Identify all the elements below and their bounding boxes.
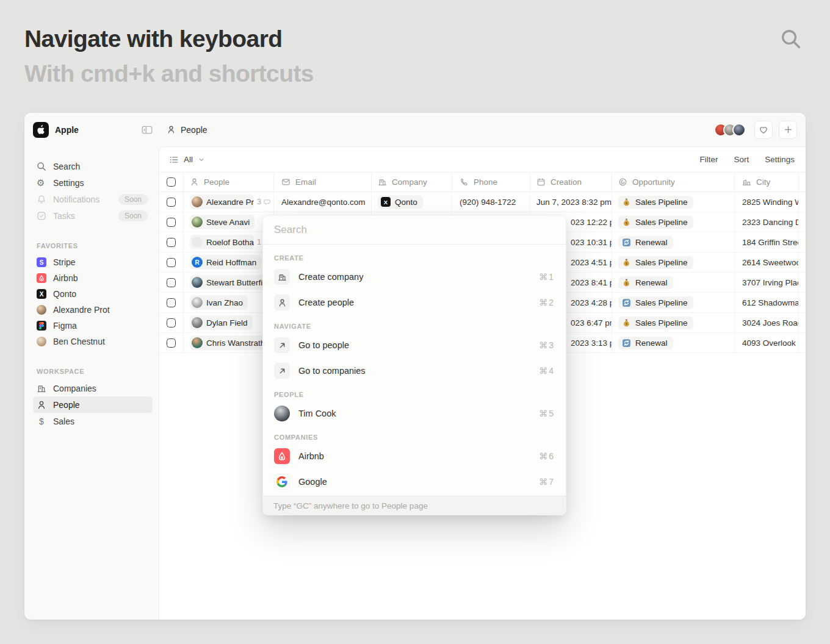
opportunity-chip[interactable]: Sales Pipeline: [618, 256, 693, 269]
column-header-people[interactable]: People: [184, 173, 274, 191]
section-label-create: CREATE: [273, 254, 556, 262]
row-checkbox[interactable]: [167, 258, 176, 267]
airbnb-logo-icon: [274, 448, 290, 464]
creation-value: Jun 7, 2023 8:32 pm: [536, 198, 612, 207]
command-search-input[interactable]: [274, 224, 555, 236]
heart-icon: [759, 125, 768, 135]
column-header-opportunity[interactable]: Opportunity: [612, 173, 735, 191]
search-icon[interactable]: [780, 28, 802, 50]
company-chip[interactable]: XQonto: [378, 195, 423, 209]
arrow-up-right-icon: [274, 337, 290, 353]
moneybag-icon: [622, 318, 631, 327]
city-value: 2825 Winding W: [742, 198, 799, 207]
row-checkbox[interactable]: [167, 338, 176, 348]
settings-button[interactable]: Settings: [765, 155, 795, 164]
page: Navigate with keyboard With cmd+k and sh…: [0, 0, 830, 644]
sidebar-item-notifications[interactable]: Notifications Soon: [33, 191, 153, 207]
filter-button[interactable]: Filter: [699, 155, 718, 164]
person-chip[interactable]: Roelof Botha: [190, 235, 254, 249]
column-header-email[interactable]: Email: [274, 173, 372, 191]
shortcut-key: ⌘7: [539, 477, 555, 487]
phone-icon: [460, 177, 469, 187]
command-search[interactable]: [263, 216, 566, 245]
moneybag-icon: [622, 278, 631, 287]
person-chip[interactable]: Alexandre Prot: [190, 195, 254, 209]
column-header-creation[interactable]: Creation: [530, 173, 612, 191]
arrow-up-right-icon: [274, 363, 290, 379]
sidebar-item-settings[interactable]: ⚙ Settings: [33, 174, 153, 191]
opportunity-chip[interactable]: Renewal: [618, 236, 673, 249]
person-chip[interactable]: Chris Wanstrath: [190, 335, 270, 350]
person-chip[interactable]: RReid Hoffman: [190, 255, 261, 270]
sidebar-item-sales[interactable]: $ Sales: [33, 413, 153, 429]
row-checkbox[interactable]: [167, 198, 176, 207]
person-icon: [37, 400, 46, 410]
creation-value: 023 12:22 p: [571, 218, 612, 227]
creation-value: 2023 4:51 pm: [571, 258, 612, 267]
google-logo-icon: [274, 474, 290, 490]
view-selector[interactable]: All: [169, 155, 205, 165]
person-chip[interactable]: Ivan Zhao: [190, 295, 248, 310]
person-icon: [274, 295, 290, 310]
avatar: [192, 237, 203, 248]
sidebar-item-alexandre-prot[interactable]: Alexandre Prot: [33, 302, 153, 318]
person-chip[interactable]: Stewart Butterfield: [190, 275, 271, 290]
column-header-company[interactable]: Company: [372, 173, 452, 191]
opportunity-chip[interactable]: Sales Pipeline: [618, 317, 693, 329]
workspace-header[interactable]: Apple: [33, 121, 153, 138]
chevron-down-icon: [198, 156, 205, 163]
opportunity-chip[interactable]: Renewal: [618, 337, 673, 349]
favorite-button[interactable]: [754, 121, 773, 139]
select-all-checkbox[interactable]: [167, 177, 176, 187]
person-icon: [190, 177, 199, 187]
add-button[interactable]: [779, 121, 797, 139]
sort-button[interactable]: Sort: [734, 155, 749, 164]
command-create-company[interactable]: Create company ⌘1: [273, 267, 556, 287]
sidebar-item-stripe[interactable]: S Stripe: [33, 254, 153, 270]
sidebar-item-ben-chestnut[interactable]: Ben Chestnut: [33, 334, 153, 349]
moneybag-icon: [622, 218, 631, 227]
avatar: [192, 337, 203, 348]
row-checkbox[interactable]: [167, 238, 176, 247]
sidebar-item-tasks[interactable]: Tasks Soon: [33, 207, 153, 224]
command-go-to-companies[interactable]: Go to companies ⌘4: [273, 360, 556, 381]
collapse-sidebar-icon[interactable]: [142, 125, 153, 135]
section-label-companies: COMPANIES: [273, 434, 556, 441]
person-chip[interactable]: Steve Anavi: [190, 215, 254, 229]
figma-logo-icon: [37, 321, 46, 331]
sidebar-item-companies[interactable]: Companies: [33, 380, 153, 396]
sidebar-item-people[interactable]: People: [33, 396, 153, 413]
person-chip[interactable]: Dylan Field: [190, 315, 253, 330]
avatar: [192, 216, 203, 227]
sidebar-item-search[interactable]: Search: [33, 158, 153, 174]
opportunity-chip[interactable]: Sales Pipeline: [618, 296, 693, 309]
row-checkbox[interactable]: [167, 278, 176, 287]
creation-value: 2023 8:41 pm: [571, 278, 612, 287]
target-icon: [618, 177, 627, 187]
row-checkbox[interactable]: [167, 318, 176, 327]
row-checkbox[interactable]: [167, 218, 176, 227]
sidebar: Apple Search ⚙ Settings Notifications So…: [24, 113, 159, 620]
comment-icon: [263, 198, 271, 206]
command-open-google[interactable]: Google ⌘7: [273, 471, 556, 492]
command-go-to-people[interactable]: Go to people ⌘3: [273, 335, 556, 356]
sidebar-item-qonto[interactable]: X Qonto: [33, 286, 153, 302]
qonto-logo-icon: X: [37, 289, 46, 299]
table-row[interactable]: Alexandre Prot 3 Alexandre@qonto.com XQo…: [159, 192, 806, 212]
command-open-tim-cook[interactable]: Tim Cook ⌘5: [273, 403, 556, 424]
opportunity-chip[interactable]: Renewal: [618, 276, 673, 289]
list-view-icon: [169, 155, 179, 165]
sidebar-item-figma[interactable]: Figma: [33, 318, 153, 334]
column-header-city[interactable]: City: [735, 173, 799, 191]
command-open-airbnb[interactable]: Airbnb ⌘6: [273, 446, 556, 467]
building-icon: [378, 177, 387, 187]
opportunity-chip[interactable]: Sales Pipeline: [618, 216, 693, 229]
avatar: [732, 123, 746, 137]
column-header-phone[interactable]: Phone: [452, 173, 530, 191]
row-checkbox[interactable]: [167, 298, 176, 307]
command-create-people[interactable]: Create people ⌘2: [273, 292, 556, 313]
sidebar-item-airbnb[interactable]: Airbnb: [33, 270, 153, 286]
command-palette-hint: Type “GC” anywhere to go to People page: [263, 496, 566, 515]
opportunity-chip[interactable]: Sales Pipeline: [618, 196, 693, 209]
breadcrumb[interactable]: People: [167, 125, 208, 135]
